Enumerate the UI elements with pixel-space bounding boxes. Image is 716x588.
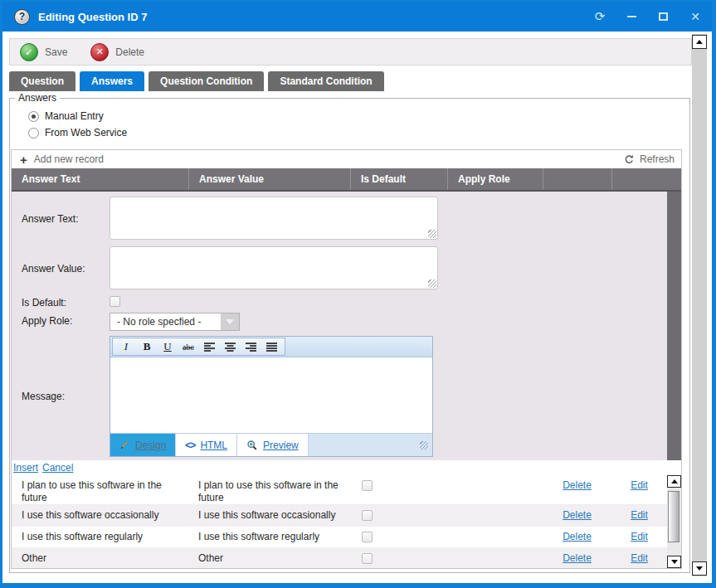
tab-standard-condition[interactable]: Standard Condition: [268, 71, 383, 91]
grid-header: Answer Text Answer Value Is Default Appl…: [12, 168, 681, 190]
editor-tab-preview[interactable]: Preview: [237, 434, 309, 456]
refresh-icon: [624, 154, 635, 165]
arrow-down-icon: [696, 566, 703, 571]
cell-answer-text: Other: [12, 548, 188, 568]
delete-link[interactable]: Delete: [563, 552, 592, 568]
cell-answer-value: I plan to use this software in the futur…: [188, 475, 350, 504]
table-row: Other Other Delete Edit: [12, 548, 667, 568]
apply-role-label: Apply Role:: [22, 315, 72, 327]
refresh-grid-button[interactable]: Refresh: [624, 153, 675, 165]
add-new-record-label: Add new record: [34, 153, 104, 165]
insert-link[interactable]: Insert: [13, 462, 38, 474]
radio-manual-entry[interactable]: Manual Entry: [28, 110, 104, 122]
is-default-checkbox[interactable]: [110, 296, 120, 307]
edit-link[interactable]: Edit: [631, 552, 648, 568]
add-new-record-button[interactable]: + Add new record: [20, 153, 104, 166]
scroll-down-button[interactable]: [692, 561, 707, 576]
resize-grip-icon[interactable]: [428, 230, 436, 238]
align-right-button[interactable]: [241, 339, 260, 355]
strikethrough-button[interactable]: abc: [179, 339, 197, 355]
close-icon[interactable]: ✕: [690, 10, 700, 23]
align-center-icon: [224, 342, 236, 352]
delete-link[interactable]: Delete: [563, 531, 592, 547]
is-default-checkbox: [362, 480, 373, 491]
dropdown-button[interactable]: [221, 313, 239, 330]
grid-scrollbar[interactable]: [667, 475, 681, 568]
chevron-down-icon: [226, 319, 234, 324]
radio-unselected-icon: [28, 128, 39, 138]
editor-tab-preview-label: Preview: [263, 440, 299, 451]
scroll-up-button[interactable]: [692, 35, 707, 49]
answers-grid: + Add new record Refresh Answer Text Ans…: [11, 149, 682, 569]
refresh-window-icon[interactable]: ⟳: [595, 9, 606, 24]
help-icon[interactable]: ?: [14, 9, 30, 25]
editor-tab-html[interactable]: <> HTML: [176, 434, 237, 456]
cell-apply-role: [447, 527, 543, 547]
delete-link[interactable]: Delete: [563, 509, 592, 526]
window-title: Editing Question ID 7: [38, 11, 147, 23]
column-header-answer-value[interactable]: Answer Value: [188, 168, 350, 190]
grid-rows: I plan to use this software in the futur…: [12, 475, 681, 568]
toolbar: ✓ Save ✕ Delete: [9, 38, 692, 66]
titlebar: ? Editing Question ID 7 ⟳ ✕: [2, 2, 712, 32]
arrow-down-icon: [671, 560, 678, 564]
arrow-up-icon: [671, 479, 678, 484]
grid-command-row: + Add new record Refresh: [12, 150, 681, 168]
radio-from-web-service[interactable]: From Web Service: [28, 127, 127, 138]
justify-button[interactable]: [262, 339, 280, 355]
cell-apply-role: [447, 475, 543, 504]
bold-button[interactable]: B: [138, 339, 156, 355]
window-scrollbar[interactable]: [692, 34, 707, 576]
table-row: I use this software regularly I use this…: [12, 527, 667, 548]
edit-link[interactable]: Edit: [631, 531, 648, 547]
delete-button[interactable]: ✕ Delete: [90, 43, 144, 61]
align-center-button[interactable]: [221, 339, 239, 355]
delete-link[interactable]: Delete: [563, 479, 592, 504]
scroll-down-button[interactable]: [667, 556, 681, 568]
edit-link[interactable]: Edit: [631, 479, 648, 504]
tab-question-condition[interactable]: Question Condition: [149, 71, 264, 91]
editor-content-area[interactable]: [110, 357, 432, 432]
dialog-window: ? Editing Question ID 7 ⟳ ✕ ✓ Save ✕ Del…: [0, 0, 716, 588]
column-header-is-default[interactable]: Is Default: [350, 168, 447, 190]
editor-tab-design[interactable]: Design: [110, 434, 176, 456]
editor-tab-design-label: Design: [135, 440, 166, 451]
answer-text-label: Answer Text:: [22, 213, 78, 225]
align-left-button[interactable]: [200, 339, 218, 355]
column-header-apply-role[interactable]: Apply Role: [447, 168, 543, 190]
minimize-icon[interactable]: [627, 16, 636, 17]
is-default-checkbox: [362, 553, 373, 564]
cancel-link[interactable]: Cancel: [42, 462, 73, 474]
tab-answers[interactable]: Answers: [80, 71, 144, 91]
italic-button[interactable]: I: [117, 339, 135, 355]
column-header-actions-1: [543, 168, 611, 190]
edit-form-panel: Answer Text: Answer Value: Is Default: A…: [12, 190, 681, 460]
edit-panel-right-strip: [667, 192, 681, 460]
cell-apply-role: [447, 548, 543, 568]
table-row: I plan to use this software in the futur…: [12, 475, 667, 505]
cell-answer-text: I use this software regularly: [12, 527, 188, 547]
answers-groupbox: Answers Manual Entry From Web Service + …: [9, 98, 690, 573]
tab-strip: Question Answers Question Condition Stan…: [9, 71, 384, 91]
save-label: Save: [45, 46, 67, 58]
answer-value-input[interactable]: [110, 246, 438, 289]
cell-answer-text: I plan to use this software in the futur…: [12, 475, 188, 504]
save-button[interactable]: ✓ Save: [20, 43, 67, 61]
radio-selected-icon: [28, 111, 39, 122]
resize-grip-icon[interactable]: [428, 279, 436, 288]
scroll-up-button[interactable]: [667, 475, 681, 488]
arrow-up-icon: [696, 40, 703, 44]
tab-question[interactable]: Question: [9, 71, 75, 91]
is-default-checkbox: [362, 510, 373, 521]
answer-text-input[interactable]: [110, 197, 438, 240]
apply-role-dropdown[interactable]: - No role specfied -: [110, 313, 240, 331]
answer-value-label: Answer Value:: [22, 263, 85, 275]
scrollbar-thumb[interactable]: [668, 491, 679, 542]
editor-resize-grip[interactable]: [420, 441, 428, 450]
underline-button[interactable]: U: [158, 339, 177, 355]
edit-link[interactable]: Edit: [631, 509, 648, 526]
column-header-answer-text[interactable]: Answer Text: [12, 168, 188, 190]
is-default-checkbox: [362, 532, 373, 542]
editor-tab-html-label: HTML: [200, 440, 227, 451]
maximize-icon[interactable]: [659, 12, 668, 21]
